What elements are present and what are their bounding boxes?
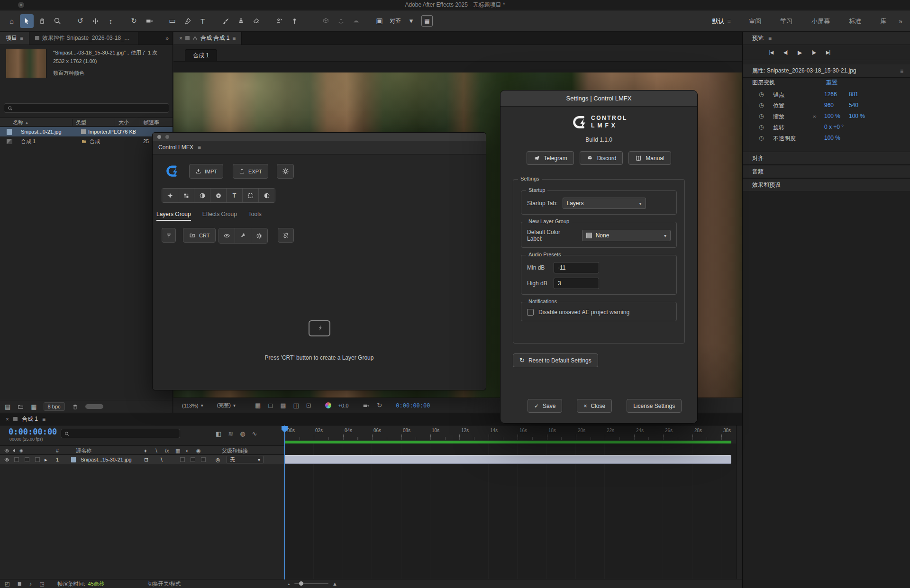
tab-effect-controls[interactable]: 效果控件 Snipaste_2026-03-18_15... xyxy=(29,32,138,45)
window-dot-1[interactable] xyxy=(157,135,161,139)
column-name[interactable]: 名称 ▲ xyxy=(13,118,28,127)
close-button[interactable]: × Close xyxy=(577,399,612,413)
resolution-select[interactable]: (完整) ▾ xyxy=(217,402,236,409)
preview-menu-icon[interactable]: ≡ xyxy=(768,35,772,42)
layer-mask-switch[interactable]: ∖ xyxy=(160,455,163,464)
align-panel-icon-button[interactable]: ▣ xyxy=(373,14,386,28)
comp-tab[interactable]: 合成 1 xyxy=(185,49,217,61)
status-icon-3[interactable]: ♪ xyxy=(29,581,32,587)
zoom-slider[interactable] xyxy=(294,583,328,584)
pen-tool[interactable] xyxy=(181,14,194,28)
grid-guides-icon[interactable]: ▦ xyxy=(255,402,261,409)
tab-overflow[interactable]: » xyxy=(162,32,173,45)
frame-effect-icon[interactable] xyxy=(243,189,259,202)
tab-project[interactable]: 项目 ≡ xyxy=(0,32,29,45)
effects-star-icon[interactable] xyxy=(162,189,178,202)
layer-source-name[interactable]: Snipast...15-30-21.jpg xyxy=(81,455,132,464)
workspace-overflow-icon[interactable]: » xyxy=(896,18,902,25)
home-tool[interactable]: ⌂ xyxy=(5,14,18,28)
settings-dialog-title[interactable]: Settings | Control LMFX xyxy=(500,90,697,107)
dolly-camera-tool[interactable]: ↕ xyxy=(104,14,118,28)
workspace-review[interactable]: 审阅 xyxy=(739,17,771,26)
eraser-tool[interactable] xyxy=(249,14,263,28)
layer-row[interactable]: ▸ 1 Snipast...15-30-21.jpg ⊡ ∖ ◎ 无 ▾ xyxy=(0,455,284,464)
axis-mode-view[interactable] xyxy=(349,14,363,28)
tab-tools[interactable]: Tools xyxy=(248,211,262,221)
lmfx-settings-button[interactable] xyxy=(277,164,294,179)
window-dot-2[interactable] xyxy=(165,135,169,139)
parent-select[interactable]: 无 ▾ xyxy=(227,456,264,463)
workspace-learn[interactable]: 学习 xyxy=(771,17,802,26)
property-value-x[interactable]: 960 xyxy=(824,102,834,109)
lock-switch[interactable] xyxy=(35,457,40,462)
axis-mode-world[interactable] xyxy=(334,14,348,28)
current-timecode[interactable]: 0:00:00:00 xyxy=(9,427,57,436)
reset-defaults-button[interactable]: ↻ Reset to Default Settings xyxy=(513,353,598,367)
license-settings-button[interactable]: License Settings xyxy=(627,399,682,413)
eye-button[interactable] xyxy=(219,228,235,243)
group-settings-button[interactable] xyxy=(251,228,267,243)
align-dropdown[interactable]: ▾ xyxy=(404,14,418,28)
project-row-comp[interactable]: 合成 1 合成 25 xyxy=(0,136,173,146)
properties-menu-icon[interactable]: ≡ xyxy=(900,68,903,74)
property-value[interactable]: 100 % xyxy=(824,135,840,141)
manual-button[interactable]: Manual xyxy=(628,151,671,165)
rectangle-tool[interactable]: ▭ xyxy=(165,14,179,28)
transform-reset-link[interactable]: 重置 xyxy=(826,79,837,87)
property-value-y[interactable]: 540 xyxy=(849,102,858,109)
status-icon-1[interactable]: ◰ xyxy=(5,581,9,587)
next-frame-button[interactable]: |▶ xyxy=(808,48,819,57)
property-value[interactable]: 0 x +0 ° xyxy=(824,124,844,130)
axis-mode-local[interactable] xyxy=(319,14,333,28)
radial-icon[interactable] xyxy=(210,189,227,202)
column-size[interactable]: 大小 xyxy=(118,118,129,127)
startup-tab-select[interactable]: Layers ▾ xyxy=(563,198,646,209)
column-type[interactable]: 类型 xyxy=(76,118,86,127)
layer-switch-1[interactable] xyxy=(180,457,185,462)
lmfx-window-chrome[interactable] xyxy=(153,133,486,141)
export-button[interactable]: EXPT xyxy=(233,164,268,179)
audio-switch[interactable] xyxy=(14,457,19,462)
stopwatch-icon[interactable]: ◷ xyxy=(759,124,764,130)
stopwatch-icon[interactable]: ◷ xyxy=(759,135,764,141)
property-value-y[interactable]: 100 % xyxy=(849,113,865,119)
zoom-slider-knob[interactable] xyxy=(299,581,303,586)
project-row-footage[interactable]: Snipast...0-21.jpg ImporterJPEG 776 KB xyxy=(0,127,173,136)
layer-switch-2[interactable] xyxy=(191,457,195,462)
project-search[interactable] xyxy=(4,103,169,113)
tab-effects-group[interactable]: Effects Group xyxy=(202,211,237,221)
lmfx-menu-icon[interactable]: ≡ xyxy=(198,144,201,151)
property-value-x[interactable]: 100 % xyxy=(824,113,840,119)
workspace-libraries[interactable]: 库 xyxy=(871,17,896,26)
motion-blur-toggle-icon[interactable]: ◍ xyxy=(240,430,245,437)
checker-icon[interactable] xyxy=(178,189,194,202)
pickwhip-icon[interactable]: ◎ xyxy=(216,455,220,464)
transparency-grid-icon[interactable]: ◫ xyxy=(293,402,299,409)
audio-panel-header[interactable]: 音频 xyxy=(743,165,910,178)
status-icon-2[interactable]: ≣ xyxy=(17,581,21,587)
mask-visibility-icon[interactable]: ◻ xyxy=(268,402,273,409)
discord-button[interactable]: Discord xyxy=(580,151,623,165)
contrast-icon[interactable] xyxy=(259,189,275,202)
trash-icon[interactable] xyxy=(72,403,79,410)
project-search-input[interactable] xyxy=(15,105,165,111)
shy-toggle-icon[interactable]: ◧ xyxy=(216,430,221,437)
workspace-small-screen[interactable]: 小屏幕 xyxy=(802,17,839,26)
zoom-in-mountain-icon[interactable]: ▲ xyxy=(332,581,337,587)
exposure-value[interactable]: +0.0 xyxy=(338,403,349,408)
timeline-scrollbar[interactable] xyxy=(736,425,742,579)
frame-blend-toggle-icon[interactable]: ≋ xyxy=(228,430,233,437)
rotation-tool[interactable]: ↻ xyxy=(127,14,141,28)
zoom-select[interactable]: (113%) ▾ xyxy=(182,403,203,408)
toggle-switches-label[interactable]: 切换开关/模式 xyxy=(148,580,181,588)
effects-presets-panel-header[interactable]: 效果和预设 xyxy=(743,178,910,191)
property-value-x[interactable]: 1266 xyxy=(824,91,837,98)
workspace-menu-icon[interactable]: ≡ xyxy=(728,18,740,25)
min-db-input[interactable] xyxy=(554,262,599,273)
timeline-tracks[interactable] xyxy=(284,443,736,579)
save-button[interactable]: ✓ Save xyxy=(528,399,562,413)
interpret-footage-icon[interactable]: ▤ xyxy=(5,403,10,410)
column-fps[interactable]: 帧速率 xyxy=(144,118,159,127)
play-button[interactable]: ▶ xyxy=(794,48,805,57)
zoom-out-mountain-icon[interactable]: ▲ xyxy=(287,582,291,586)
